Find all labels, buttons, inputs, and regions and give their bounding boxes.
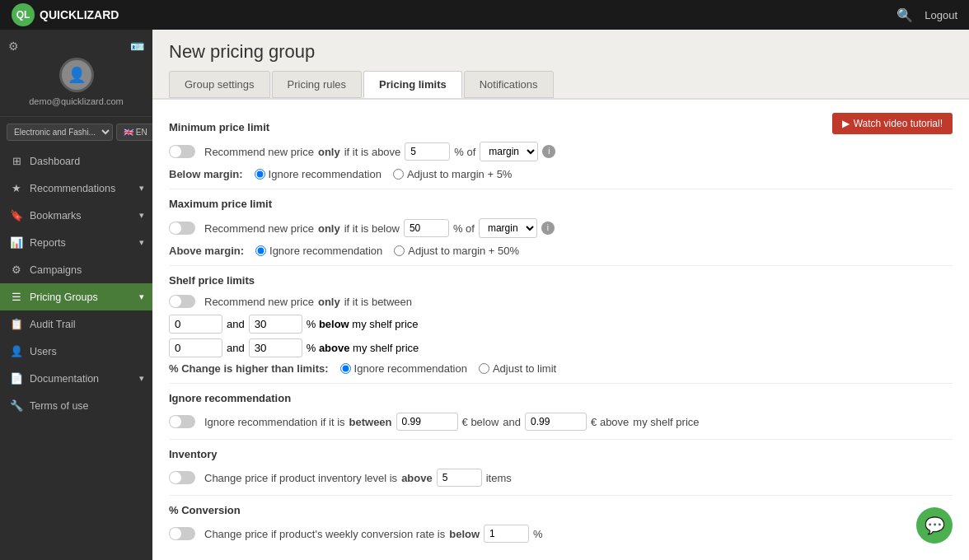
- topbar: QL QUICKLIZARD 🔍 Logout: [0, 0, 969, 30]
- shelf-price-section: Shelf price limits Recommend new price o…: [169, 274, 953, 375]
- below-margin-ignore-radio[interactable]: [255, 169, 265, 180]
- shelf-only-label: only: [318, 296, 340, 308]
- logo: QL QUICKLIZARD: [12, 3, 119, 26]
- sidebar-item-campaigns[interactable]: ⚙ Campaigns: [0, 256, 152, 283]
- sidebar-item-label: Users: [30, 346, 57, 357]
- card-icon[interactable]: 🪪: [130, 40, 144, 53]
- change-ignore-label[interactable]: Ignore recommendation: [340, 362, 467, 375]
- store-selector[interactable]: Electronic and Fashi...: [7, 124, 113, 141]
- min-price-value-input[interactable]: [405, 142, 450, 161]
- divider2: [169, 265, 953, 266]
- bookmarks-icon: 🔖: [10, 209, 23, 222]
- content-panel: ▶ Watch video tutorial! Minimum price li…: [152, 98, 969, 560]
- max-margin-select[interactable]: margin: [479, 218, 537, 238]
- above-margin-ignore-label[interactable]: Ignore recommendation: [255, 245, 382, 257]
- inventory-suffix: items: [486, 472, 512, 484]
- shelf-above-row: and % above my shelf price: [169, 338, 953, 357]
- sidebar-item-recommendations[interactable]: ★ Recommendations ▾: [0, 175, 152, 202]
- pricing-groups-icon: ☰: [10, 291, 23, 303]
- ignore-rec-val2-input[interactable]: [525, 413, 587, 431]
- sidebar-item-audit-trail[interactable]: 📋 Audit Trail: [0, 310, 152, 338]
- change-adjust-label[interactable]: Adjust to limit: [479, 362, 556, 375]
- max-price-value-input[interactable]: [404, 219, 449, 237]
- ignore-rec-suffix: my shelf price: [633, 416, 699, 428]
- search-icon[interactable]: 🔍: [896, 7, 913, 23]
- sidebar-item-documentation[interactable]: 📄 Documentation ▾: [0, 365, 152, 392]
- max-price-toggle[interactable]: [169, 222, 195, 235]
- sidebar-item-label: Reports: [30, 237, 66, 249]
- divider3: [169, 383, 953, 384]
- ignore-rec-val1-input[interactable]: [396, 413, 458, 431]
- ignore-rec-below: € below: [462, 416, 499, 428]
- below-margin-radio-row: Below margin: Ignore recommendation Adju…: [169, 168, 953, 180]
- above-margin-adjust-radio[interactable]: [394, 245, 405, 256]
- change-adjust-radio[interactable]: [479, 363, 489, 374]
- shelf-below-input1[interactable]: [169, 315, 222, 334]
- avatar-image: 👤: [62, 60, 91, 90]
- tab-pricing-rules[interactable]: Pricing rules: [272, 71, 363, 98]
- sidebar-item-terms[interactable]: 🔧 Terms of use: [0, 392, 152, 419]
- shelf-below-suffix: % below my shelf price: [307, 318, 419, 330]
- min-price-toggle[interactable]: [169, 145, 195, 158]
- conversion-toggle[interactable]: [169, 527, 195, 540]
- sidebar-item-label: Campaigns: [30, 264, 82, 276]
- conversion-value-input[interactable]: [484, 525, 529, 543]
- chat-icon: 💬: [925, 516, 945, 535]
- inventory-above: above: [401, 472, 433, 484]
- min-info-icon[interactable]: i: [542, 145, 555, 158]
- lang-selector[interactable]: 🇬🇧 EN: [116, 124, 152, 141]
- tab-group-settings[interactable]: Group settings: [169, 71, 270, 98]
- chevron-down-icon: ▾: [139, 183, 144, 194]
- shelf-and-label: and: [227, 318, 245, 330]
- sidebar-item-users[interactable]: 👤 Users: [0, 338, 152, 365]
- watch-video-button[interactable]: ▶ Watch video tutorial!: [832, 113, 953, 134]
- above-margin-label: Above margin:: [169, 245, 244, 257]
- conversion-suffix: %: [533, 528, 543, 540]
- above-margin-adjust-label[interactable]: Adjust to margin + 50%: [394, 245, 519, 257]
- shelf-below-input2[interactable]: [249, 315, 302, 334]
- tab-notifications[interactable]: Notifications: [464, 71, 554, 98]
- logo-icon: QL: [12, 3, 35, 26]
- below-margin-label: Below margin:: [169, 168, 243, 180]
- sidebar-item-bookmarks[interactable]: 🔖 Bookmarks ▾: [0, 202, 152, 229]
- inventory-toggle[interactable]: [169, 471, 195, 484]
- ignore-rec-rule-row: Ignore recommendation if it is between €…: [169, 413, 953, 431]
- settings-icon[interactable]: ⚙: [8, 40, 19, 53]
- content-area: New pricing group Group settings Pricing…: [152, 30, 969, 560]
- above-margin-ignore-radio[interactable]: [255, 245, 266, 256]
- sidebar-item-pricing-groups[interactable]: ☰ Pricing Groups ▾: [0, 283, 152, 310]
- logo-text: QUICKLIZARD: [40, 8, 119, 21]
- documentation-icon: 📄: [10, 372, 23, 385]
- chevron-down-icon: ▾: [139, 210, 144, 221]
- shelf-above-input1[interactable]: [169, 338, 222, 357]
- tab-pricing-limits[interactable]: Pricing limits: [363, 71, 462, 98]
- chevron-down-icon: ▾: [139, 373, 144, 384]
- max-percent-of: % of: [453, 222, 475, 235]
- max-only-label: only: [318, 222, 340, 235]
- chat-bubble[interactable]: 💬: [916, 507, 953, 544]
- sidebar-item-dashboard[interactable]: ⊞ Dashboard: [0, 147, 152, 175]
- ignore-rec-prefix: Ignore recommendation if it is: [204, 416, 345, 428]
- shelf-above-input2[interactable]: [249, 338, 302, 357]
- sidebar-item-reports[interactable]: 📊 Reports ▾: [0, 229, 152, 256]
- shelf-condition: if it is between: [344, 296, 412, 308]
- sidebar-item-label: Dashboard: [30, 156, 80, 167]
- logout-button[interactable]: Logout: [925, 9, 957, 21]
- change-ignore-radio[interactable]: [340, 363, 351, 374]
- inventory-value-input[interactable]: [437, 469, 482, 487]
- below-margin-adjust-radio[interactable]: [393, 169, 404, 180]
- inventory-section: Inventory Change price if product invent…: [169, 448, 953, 487]
- ignore-rec-toggle[interactable]: [169, 415, 195, 428]
- min-margin-select[interactable]: margin: [480, 142, 538, 161]
- inventory-prefix: Change price if product inventory level …: [204, 472, 397, 484]
- main-layout: ⚙ 🪪 👤 demo@quicklizard.com Electronic an…: [0, 30, 969, 560]
- sidebar-item-label: Recommendations: [30, 183, 115, 194]
- divider5: [169, 495, 953, 496]
- sidebar-selectors: Electronic and Fashi... 🇬🇧 EN: [0, 117, 152, 147]
- below-margin-ignore-label[interactable]: Ignore recommendation: [255, 168, 382, 180]
- sidebar-nav: ⊞ Dashboard ★ Recommendations ▾ 🔖 Bookma…: [0, 147, 152, 560]
- max-info-icon[interactable]: i: [541, 222, 555, 235]
- below-margin-adjust-label[interactable]: Adjust to margin + 5%: [393, 168, 513, 180]
- change-higher-radio-row: % Change is higher than limits: Ignore r…: [169, 362, 953, 375]
- shelf-price-toggle[interactable]: [169, 295, 195, 308]
